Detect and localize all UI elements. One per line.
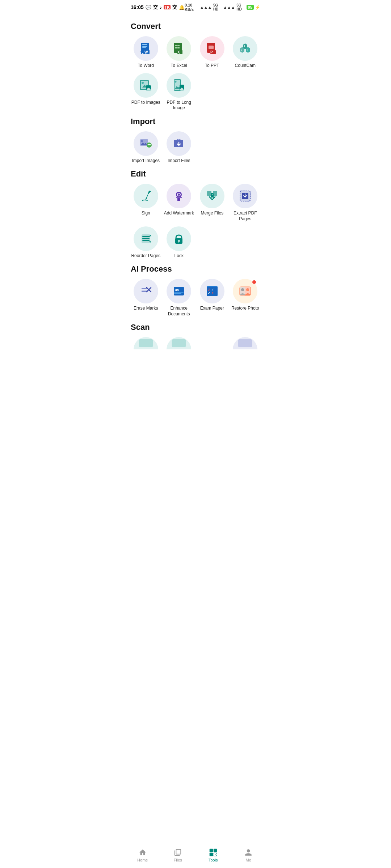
edit-grid: Sign Add Watermark (131, 184, 260, 259)
tool-merge-files[interactable]: Merge Files (197, 184, 227, 222)
net-type2: 5G HD (236, 3, 245, 11)
battery-level: 95 (247, 5, 254, 10)
restore-label: Restore Photo (231, 306, 259, 311)
time: 16:05 (131, 4, 144, 10)
svg-text:3: 3 (247, 49, 248, 51)
scan1-svg (137, 338, 155, 348)
exam-label: Exam Paper (200, 306, 224, 311)
svg-point-38 (141, 140, 143, 142)
watermark-icon-bg (167, 184, 191, 208)
svg-rect-84 (238, 339, 252, 347)
section-convert: Convert W W To Word (131, 22, 260, 111)
svg-rect-83 (172, 339, 186, 347)
status-left: 16:05 💬 交 ♪ TK 交 🔔 (131, 4, 185, 10)
tool-to-ppt[interactable]: P To PPT (197, 36, 227, 69)
tool-scan1[interactable] (131, 337, 161, 349)
scan3-icon (233, 337, 257, 349)
svg-rect-2 (142, 46, 147, 47)
tool-pdf-to-images[interactable]: PDF to Images (131, 73, 161, 111)
tool-exam-paper[interactable]: ✗ ✓ ✓ ✗ Exam Paper (197, 279, 227, 317)
pdf-to-long-image-icon-bg (167, 73, 191, 98)
section-ai-process-title: AI Process (131, 264, 260, 274)
svg-rect-55 (142, 236, 150, 237)
reorder-svg (139, 232, 152, 245)
pdf-to-long-image-label: PDF to Long Image (164, 100, 194, 111)
tool-pdf-to-long-image[interactable]: PDF to Long Image (164, 73, 194, 111)
pdf-to-long-image-svg (172, 79, 185, 92)
svg-rect-70 (174, 293, 181, 294)
svg-text:HD: HD (175, 289, 179, 292)
section-scan: Scan (131, 323, 260, 349)
watermark-svg (172, 190, 185, 203)
app-icon1: 交 (153, 4, 158, 10)
merge-icon-bg (200, 184, 224, 208)
to-excel-label: To Excel (171, 63, 187, 69)
tool-import-files[interactable]: Import Files (164, 131, 194, 164)
tool-to-word[interactable]: W W To Word (131, 36, 161, 69)
erase-svg (139, 285, 152, 298)
svg-point-45 (178, 193, 180, 196)
tool-sign[interactable]: Sign (131, 184, 161, 222)
tool-reorder-pages[interactable]: Reorder Pages (131, 226, 161, 259)
scan1-icon (134, 337, 158, 349)
section-ai-process: AI Process Erase Marks (131, 264, 260, 317)
status-bar: 16:05 💬 交 ♪ TK 交 🔔 0.10 KB/s ▲▲▲ 5G HD ▲… (125, 0, 266, 13)
tool-to-excel[interactable]: X To Excel (164, 36, 194, 69)
bell-icon: 🔔 (179, 5, 185, 10)
tool-lock[interactable]: Lock (164, 226, 194, 259)
scan3-svg (236, 338, 254, 348)
extract-svg (239, 190, 252, 203)
import-files-svg (172, 137, 185, 150)
extract-label: Extract PDF Pages (230, 210, 261, 222)
section-edit-title: Edit (131, 169, 260, 179)
svg-text:✗: ✗ (211, 292, 214, 295)
import-files-icon-bg (167, 131, 191, 156)
svg-rect-57 (142, 240, 150, 241)
tool-scan2[interactable] (164, 337, 194, 349)
scan2-icon (167, 337, 191, 349)
svg-text:W: W (144, 50, 148, 54)
tool-scan3[interactable] (230, 337, 261, 349)
merge-svg (206, 190, 219, 203)
svg-point-33 (175, 81, 177, 82)
svg-point-80 (241, 288, 244, 291)
svg-text:P: P (210, 50, 213, 54)
import-images-icon-bg (134, 131, 158, 156)
svg-rect-10 (175, 47, 177, 48)
pdf-to-images-icon-bg (134, 73, 158, 98)
restore-photo-badge (252, 280, 256, 284)
status-right: 0.10 KB/s ▲▲▲ 5G HD ▲▲▲ 5G HD 95 ⚡ (185, 3, 260, 12)
svg-rect-82 (139, 339, 153, 347)
to-excel-icon-bg: X (167, 36, 191, 61)
tool-import-images[interactable]: Import Images (131, 131, 161, 164)
svg-text:X: X (177, 50, 180, 54)
import-images-label: Import Images (132, 158, 160, 164)
ai-process-grid: Erase Marks HD Enhance Documents (131, 279, 260, 317)
sign-svg (139, 190, 152, 203)
erase-label: Erase Marks (134, 306, 158, 311)
reorder-icon-bg (134, 226, 158, 251)
svg-rect-1 (142, 44, 147, 45)
network-speed: 0.10 KB/s (185, 3, 198, 12)
watermark-label: Add Watermark (164, 210, 194, 216)
tool-enhance-docs[interactable]: HD Enhance Documents (164, 279, 194, 317)
section-import-title: Import (131, 117, 260, 126)
to-word-label: To Word (138, 63, 154, 69)
tool-restore-photo[interactable]: Restore Photo (230, 279, 261, 317)
to-ppt-svg: P (206, 42, 219, 55)
tool-add-watermark[interactable]: Add Watermark (164, 184, 194, 222)
tool-erase-marks[interactable]: Erase Marks (131, 279, 161, 317)
svg-text:2: 2 (241, 49, 242, 51)
svg-text:✓: ✓ (211, 288, 214, 292)
to-ppt-icon-bg: P (200, 36, 224, 61)
signal1: ▲▲▲ (200, 5, 212, 9)
svg-rect-3 (142, 47, 146, 48)
sign-label: Sign (142, 210, 150, 216)
svg-rect-56 (142, 238, 150, 239)
tool-countcam[interactable]: 1 2 3 CountCam (230, 36, 261, 69)
tool-extract-pdf[interactable]: Extract PDF Pages (230, 184, 261, 222)
import-images-svg (139, 137, 152, 150)
sign-icon-bg (134, 184, 158, 208)
svg-point-81 (246, 288, 249, 291)
section-edit: Edit Sign (131, 169, 260, 259)
